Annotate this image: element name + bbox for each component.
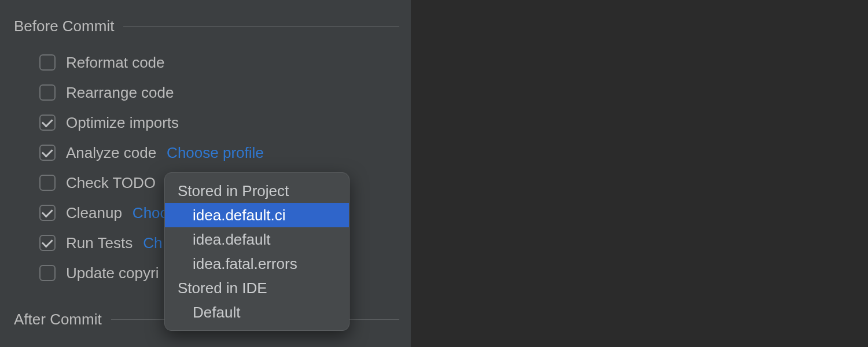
checkbox-analyze-code[interactable]: [39, 145, 56, 161]
option-label: Reformat code: [66, 54, 165, 72]
option-label: Update copyri: [66, 264, 159, 282]
section-before-commit-label: Before Commit: [14, 17, 114, 35]
checkbox-optimize-imports[interactable]: [39, 115, 56, 131]
popup-item-idea-default[interactable]: idea.default: [165, 227, 349, 252]
checkbox-cleanup[interactable]: [39, 205, 56, 221]
popup-item-idea-fatal-errors[interactable]: idea.fatal.errors: [165, 252, 349, 276]
section-after-commit-label: After Commit: [14, 311, 102, 328]
option-label: Optimize imports: [66, 114, 179, 132]
right-empty-panel: [411, 0, 868, 347]
checkbox-check-todo[interactable]: [39, 175, 56, 191]
cleanup-choose-link[interactable]: Choo: [133, 204, 168, 222]
checkbox-update-copyright[interactable]: [39, 265, 56, 281]
option-analyze-code[interactable]: Analyze code Choose profile: [39, 144, 411, 161]
section-before-commit: Before Commit: [14, 17, 411, 35]
before-commit-panel: Before Commit Reformat code Rearrange co…: [0, 0, 411, 347]
option-rearrange-code[interactable]: Rearrange code: [39, 84, 411, 101]
option-optimize-imports[interactable]: Optimize imports: [39, 114, 411, 131]
checkbox-run-tests[interactable]: [39, 235, 56, 251]
run-tests-choose-link[interactable]: Ch: [143, 234, 162, 252]
option-label: Cleanup: [66, 204, 122, 222]
option-reformat-code[interactable]: Reformat code: [39, 54, 411, 71]
analyze-code-choose-profile-link[interactable]: Choose profile: [167, 144, 264, 162]
popup-item-default[interactable]: Default: [165, 300, 349, 324]
popup-item-idea-default-ci[interactable]: idea.default.ci: [165, 203, 349, 227]
divider: [123, 26, 399, 27]
option-label: Check TODO: [66, 174, 156, 192]
option-label: Rearrange code: [66, 84, 174, 102]
popup-group-header-project: Stored in Project: [165, 179, 349, 203]
checkbox-reformat-code[interactable]: [39, 54, 56, 71]
option-label: Run Tests: [66, 234, 133, 252]
popup-group-header-ide: Stored in IDE: [165, 276, 349, 300]
choose-profile-popup: Stored in Project idea.default.ci idea.d…: [164, 172, 350, 331]
checkbox-rearrange-code[interactable]: [39, 84, 56, 101]
option-label: Analyze code: [66, 144, 156, 162]
